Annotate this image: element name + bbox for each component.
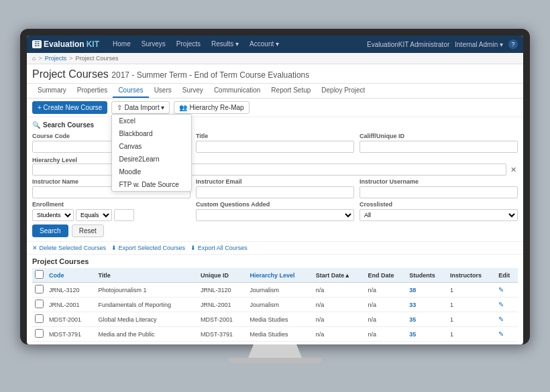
row-instructors: 1 bbox=[447, 312, 496, 327]
row-edit[interactable]: ✎ bbox=[496, 327, 518, 342]
nav-account[interactable]: Account ▾ bbox=[244, 36, 284, 53]
tab-report-setup[interactable]: Report Setup bbox=[266, 84, 316, 98]
title-field: Title bbox=[196, 133, 354, 153]
row-students: 38 bbox=[406, 283, 447, 298]
table-row: JRNL-2001 Fundamentals of Reporting JRNL… bbox=[32, 298, 518, 312]
nav-projects[interactable]: Projects bbox=[171, 36, 206, 53]
califf-input[interactable] bbox=[360, 141, 518, 153]
enrollment-value-input[interactable] bbox=[114, 209, 134, 221]
edit-icon[interactable]: ✎ bbox=[498, 330, 504, 338]
row-select-checkbox[interactable] bbox=[35, 285, 44, 293]
row-checkbox bbox=[32, 327, 46, 342]
page-header: Project Courses 2017 - Summer Term - End… bbox=[27, 64, 523, 84]
nav-admin[interactable]: EvaluationKIT Administrator bbox=[367, 41, 449, 48]
search-row3: Enrollment Students Equals Custom bbox=[32, 201, 518, 221]
tab-communication[interactable]: Communication bbox=[209, 84, 266, 98]
delete-courses-link[interactable]: ✕ Delete Selected Courses bbox=[32, 245, 106, 251]
edit-icon[interactable]: ✎ bbox=[498, 316, 504, 323]
search-header: 🔍 Search Courses bbox=[32, 121, 518, 129]
enrollment-type-select[interactable]: Students bbox=[32, 209, 74, 221]
brand-kit: KIT bbox=[87, 40, 99, 49]
select-all-checkbox[interactable] bbox=[35, 270, 44, 279]
page-title: Project Courses 2017 - Summer Term - End… bbox=[32, 68, 309, 80]
tab-properties[interactable]: Properties bbox=[72, 84, 113, 98]
custom-questions-select[interactable] bbox=[196, 209, 354, 221]
row-hierarchy: Media Studies bbox=[247, 327, 313, 342]
row-hierarchy: Journalism bbox=[247, 283, 313, 298]
import-desire2learn[interactable]: Desire2Learn bbox=[112, 153, 191, 166]
tab-courses[interactable]: Courses bbox=[113, 84, 148, 98]
tab-users[interactable]: Users bbox=[149, 84, 177, 98]
export-selected-link[interactable]: ⬇ Export Selected Courses bbox=[111, 245, 185, 251]
breadcrumb: ⌂ > Projects > Project Courses bbox=[27, 53, 523, 64]
export-all-link[interactable]: ⬇ Export All Courses bbox=[190, 245, 248, 251]
search-button[interactable]: Search bbox=[32, 224, 68, 237]
courses-table: Code Title Unique ID Hierarchy Level Sta… bbox=[32, 268, 518, 342]
edit-icon[interactable]: ✎ bbox=[498, 286, 504, 293]
row-start: n/a bbox=[313, 327, 366, 342]
data-import-button[interactable]: ⇧ Data Import ▾ bbox=[111, 101, 170, 114]
enrollment-op-select[interactable]: Equals bbox=[76, 209, 112, 221]
th-instructors: Instructors bbox=[447, 268, 496, 283]
import-ftp[interactable]: FTP w. Date Source bbox=[112, 178, 191, 191]
create-course-button[interactable]: + Create New Course bbox=[32, 101, 107, 114]
nav-results[interactable]: Results ▾ bbox=[206, 36, 244, 53]
row-code: JRNL-2001 bbox=[46, 298, 95, 312]
breadcrumb-projects[interactable]: Projects bbox=[45, 55, 67, 62]
import-blackboard[interactable]: Blackboard bbox=[112, 127, 191, 140]
row-edit[interactable]: ✎ bbox=[496, 283, 518, 298]
row-select-checkbox[interactable] bbox=[35, 314, 44, 323]
row-edit[interactable]: ✎ bbox=[496, 312, 518, 327]
tab-deploy[interactable]: Deploy Project bbox=[316, 84, 370, 98]
row-start: n/a bbox=[313, 312, 366, 327]
title-label: Title bbox=[196, 133, 354, 139]
brand-logo: ☷ EvaluationKIT bbox=[32, 40, 99, 49]
th-code[interactable]: Code bbox=[46, 268, 95, 283]
hierarchy-input[interactable] bbox=[32, 164, 506, 176]
row-code: JRNL-3120 bbox=[46, 283, 95, 298]
import-excel[interactable]: Excel bbox=[112, 115, 191, 127]
tab-survey[interactable]: Survey bbox=[177, 84, 209, 98]
row-select-checkbox[interactable] bbox=[35, 329, 44, 338]
nav-home[interactable]: Home bbox=[107, 36, 136, 53]
enrollment-field: Enrollment Students Equals bbox=[32, 201, 190, 221]
nav-surveys[interactable]: Surveys bbox=[136, 36, 171, 53]
hierarchy-label: Hierarchy Level bbox=[32, 157, 77, 164]
page-subtitle: 2017 - Summer Term - End of Term Course … bbox=[111, 70, 309, 80]
instructor-email-input[interactable] bbox=[196, 186, 354, 198]
edit-icon[interactable]: ✎ bbox=[498, 301, 504, 308]
import-dropdown-menu: Excel Blackboard Canvas Desire2Learn Moo… bbox=[111, 114, 192, 192]
table-row: MDST-2001 Global Media Literacy MDST-200… bbox=[32, 312, 518, 327]
row-title: Global Media Literacy bbox=[95, 312, 198, 327]
row-edit[interactable]: ✎ bbox=[496, 298, 518, 312]
row-select-checkbox[interactable] bbox=[35, 300, 44, 308]
crosslisted-select[interactable]: All bbox=[360, 209, 518, 221]
top-navigation: ☷ EvaluationKIT Home Surveys Projects Re… bbox=[27, 36, 523, 53]
upload-icon: ⇧ bbox=[117, 104, 122, 111]
reset-button[interactable]: Reset bbox=[72, 224, 104, 237]
instructor-email-field: Instructor Email bbox=[196, 178, 354, 198]
th-hierarchy[interactable]: Hierarchy Level bbox=[247, 268, 313, 283]
row-unique-id: JRNL-2001 bbox=[198, 298, 247, 312]
row-unique-id: MDST-3791 bbox=[198, 327, 247, 342]
row-students: 33 bbox=[406, 298, 447, 312]
instructor-email-label: Instructor Email bbox=[196, 178, 354, 185]
data-import-dropdown: ⇧ Data Import ▾ Excel Blackboard Canvas … bbox=[111, 101, 170, 114]
tab-summary[interactable]: Summary bbox=[32, 84, 72, 98]
import-moodle[interactable]: Moodle bbox=[112, 166, 191, 178]
hierarchy-clear-button[interactable]: ✕ bbox=[509, 166, 518, 174]
instructor-username-input[interactable] bbox=[360, 186, 518, 198]
hierarchy-remap-button[interactable]: 👥 Hierarchy Re-Map bbox=[174, 101, 249, 114]
nav-internal[interactable]: Internal Admin ▾ bbox=[455, 41, 503, 48]
th-start-date[interactable]: Start Date▲ bbox=[313, 268, 366, 283]
row-start: n/a bbox=[313, 298, 366, 312]
th-title: Title bbox=[95, 268, 198, 283]
table-header: Code Title Unique ID Hierarchy Level Sta… bbox=[32, 268, 518, 283]
import-canvas[interactable]: Canvas bbox=[112, 140, 191, 153]
row-hierarchy: Media Studies bbox=[247, 312, 313, 327]
nav-help-button[interactable]: ? bbox=[508, 40, 518, 49]
row-checkbox bbox=[32, 283, 46, 298]
row-title: Media and the Public bbox=[95, 327, 198, 342]
row-code: MDST-3791 bbox=[46, 327, 95, 342]
title-input[interactable] bbox=[196, 141, 354, 153]
